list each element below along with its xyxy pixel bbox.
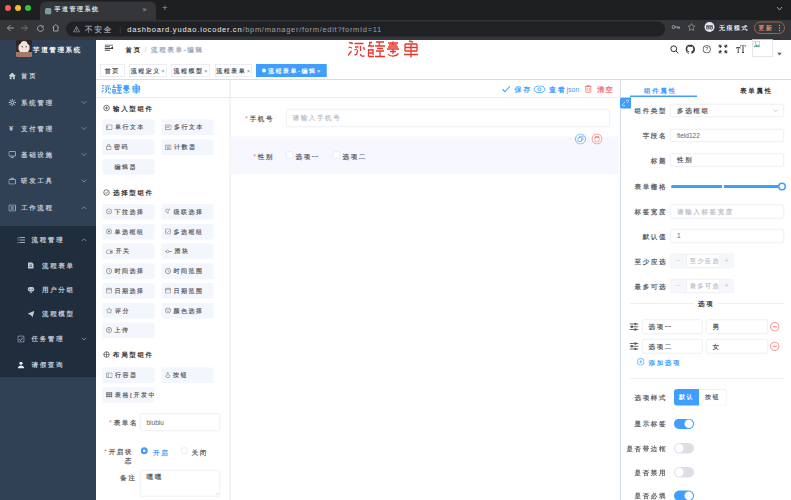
svg-text:?: ? xyxy=(705,46,708,52)
